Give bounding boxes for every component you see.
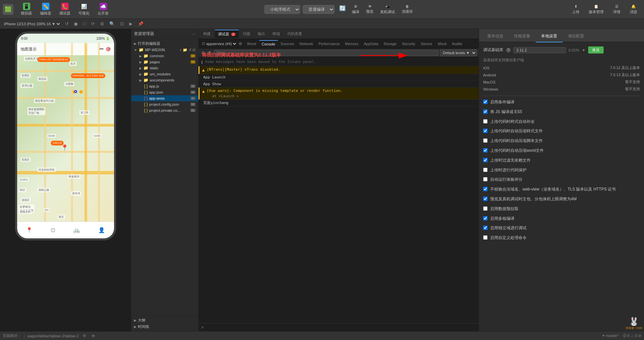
new-folder-icon[interactable]: 📁 [183,48,187,52]
cloud-btn[interactable]: ☁️ 云开发 [94,1,112,17]
send-btn[interactable]: 推送 [588,46,604,54]
right-tab-config[interactable]: 项目配置 [563,31,589,42]
inner-tab-security[interactable]: Security [399,40,418,47]
notification-btn[interactable]: 🔔 消息 [626,3,641,16]
inner-tab-network[interactable]: Network [297,40,316,47]
inner-tab-performance[interactable]: Performance [316,40,343,47]
tree-file-appjs[interactable]: { } app.js M [131,83,198,89]
cb-6[interactable] [483,158,488,162]
nav-item-scan[interactable]: ⊡ [51,227,55,233]
cb-12[interactable] [483,216,488,220]
tab-debugger[interactable]: 调试器 2 [215,30,239,38]
debugger-btn[interactable]: 🐛 调试器 [56,1,74,17]
preview-action-btn[interactable]: 👁 预览 [363,3,376,16]
right-tab-local[interactable]: 本地设置 [536,31,563,42]
console-filter-input[interactable] [214,50,438,56]
percent-chevron[interactable]: ▼ [582,48,585,52]
clear-cache-btn[interactable]: 🗑 清缓存 [399,3,416,16]
mode-select[interactable]: 小程序模式 [264,5,300,14]
cb-13[interactable] [483,226,488,230]
window-icon[interactable]: □ [82,21,87,27]
debug-lib-help-icon[interactable]: ? [506,48,511,53]
tab-terminal[interactable]: 终端 [269,30,283,38]
real-debug-btn[interactable]: 📲 真机调试 [378,3,398,16]
phone-content[interactable]: 地图显示 ••• 🎯 [17,43,114,222]
refresh-icon[interactable]: ↺ [64,21,70,27]
pin-icon[interactable]: 📌 [137,21,145,27]
tree-root-mp-weixin[interactable]: ▼ 📁 MP-WEIXIN + 📁 ↺ ⊟ [131,47,198,53]
details-btn[interactable]: ☰ 详情 [609,3,624,16]
console-level-select[interactable]: Default levels ▼ [440,49,477,56]
compile-select[interactable]: 普通编译 [303,5,334,14]
tab-output[interactable]: 输出 [254,30,269,38]
right-tab-basic[interactable]: 基本信息 [482,31,509,42]
inner-tab-memory[interactable]: Memory [343,40,361,47]
tree-folder-pages[interactable]: ▶ 📁 pages M [131,59,198,65]
debug-lib-version-input[interactable] [513,47,566,53]
cb-2[interactable] [483,119,488,124]
cb-14[interactable] [483,235,488,240]
appservice-settings-icon[interactable]: ⚙ [239,41,242,46]
tab-build[interactable]: 构建 [200,30,214,38]
inner-tab-appdata[interactable]: AppData [361,40,381,47]
inner-tab-wxml[interactable]: Wxml [244,40,259,47]
tree-section-open[interactable]: ▶ 打开的编辑器 [131,40,198,47]
tree-section-timeline[interactable]: ▶ 时间线 [131,324,198,330]
inner-tab-sensor[interactable]: Sensor [418,40,435,47]
nav-item-bike[interactable]: 🚲 [73,227,80,233]
cb-4[interactable] [483,138,488,143]
cb-10[interactable] [483,197,488,201]
stop-icon[interactable]: ◼ [73,21,79,27]
tree-file-projprivate[interactable]: { } project.private.co... M [131,107,198,113]
map-dots-icon[interactable]: ••• [99,47,104,52]
refresh-btn[interactable]: 🔄 [337,3,348,14]
tab-code-quality[interactable]: 代码质量 [284,30,306,38]
cb-1[interactable] [483,109,488,114]
cb-5[interactable] [483,148,488,152]
simulator-btn[interactable]: 📱 模拟器 [17,1,35,17]
tree-folder-uni-modules[interactable]: ▶ 📁 uni_modules [131,71,198,77]
file-tree-more-icon[interactable]: ··· [192,31,195,36]
tree-folder-wxcomponents[interactable]: ▶ 📁 wxcomponents [131,77,198,83]
cb-0[interactable] [483,100,488,104]
cb-11[interactable] [483,206,488,211]
cb-8[interactable] [483,177,488,181]
inner-tab-storage[interactable]: Storage [381,40,399,47]
upload-btn[interactable]: ⬆ 上传 [568,3,583,16]
nav-item-map[interactable]: 📍 [26,227,33,233]
compile-action-btn[interactable]: ⚙ 编译 [349,3,362,16]
map-location-icon[interactable]: 🎯 [106,47,111,52]
refresh-tree-icon[interactable]: ↺ [188,48,191,52]
device-select[interactable]: iPhone 12/13 (Pro) 100% 16 ▼ [3,22,61,26]
rotate-icon[interactable]: ⟳ [90,21,96,27]
tab-issues[interactable]: 问题 [240,30,254,38]
inner-tab-mock[interactable]: Mock [435,40,449,47]
right-tab-quality[interactable]: 性能质量 [509,31,536,42]
appservice-select[interactable]: appservice (#4) [205,41,237,46]
tree-folder-static[interactable]: ▶ 📁 static [131,65,198,71]
status-gear-icon[interactable]: ⚙ [81,333,87,339]
play-icon[interactable]: ▶ [128,21,134,27]
console-eye-icon[interactable]: 👁 [207,49,213,56]
tree-file-projconfig[interactable]: { } project.config.json M [131,101,198,107]
new-file-icon[interactable]: + [180,48,182,52]
tree-file-appjson[interactable]: { } app.json M [131,89,198,95]
cb-3[interactable] [483,129,488,133]
console-clear-icon[interactable]: ⊘ [201,49,206,56]
nav-item-user[interactable]: 👤 [98,227,105,233]
tree-section-outline[interactable]: ▶ 大纲 [131,317,198,324]
collapse-icon[interactable]: ⊟ [192,48,195,52]
inner-tab-audits[interactable]: Audits [450,40,465,47]
inner-tab-sources[interactable]: Sources [278,40,297,47]
status-eye-icon[interactable]: 👁 [90,333,97,339]
tree-folder-common[interactable]: ▶ 📁 common M [131,53,198,59]
search-icon[interactable]: 🔍 [108,21,116,27]
cb-7[interactable] [483,168,488,172]
cb-9[interactable] [483,187,488,191]
console-input[interactable] [205,326,476,330]
inner-tab-console[interactable]: Console [259,40,278,47]
visualize-btn[interactable]: 📊 可视化 [75,1,93,17]
inspect-icon[interactable]: ⊡ [119,21,125,27]
tree-file-appwxss[interactable]: { } app.wxss M [131,95,198,101]
version-mgr-btn[interactable]: 📋 版本管理 [585,3,608,16]
